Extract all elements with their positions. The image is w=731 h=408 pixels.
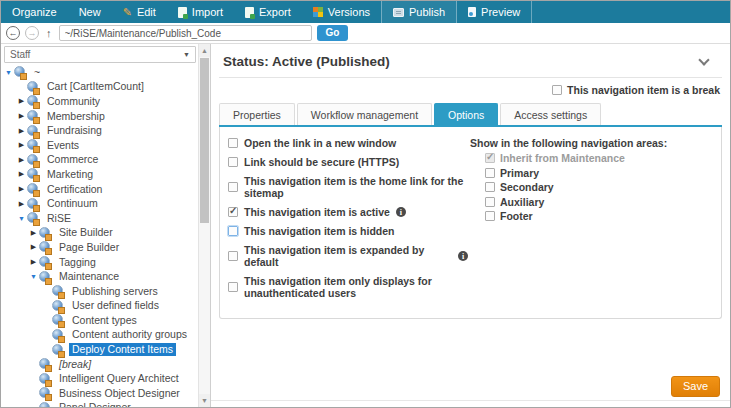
tree-item[interactable]: ▶Membership [1,109,198,124]
website-select[interactable]: Staff ▼ [4,46,196,63]
option-row: Open the link in a new window [228,137,468,149]
tree-item[interactable]: Publishing servers [1,284,198,299]
tree-item-break[interactable]: [break] [1,357,198,372]
toolbar-label: Publish [409,6,445,18]
path-input[interactable] [59,25,312,41]
toolbar-item-new[interactable]: New [68,1,112,23]
expand-arrow-icon[interactable]: ▶ [28,229,39,237]
collapse-arrow-icon[interactable]: ▼ [3,69,14,76]
tree-item[interactable]: Cart [CartItemCount] [1,80,198,95]
expanded-default-checkbox[interactable] [228,251,238,261]
tree-item[interactable]: ▶Marketing [1,167,198,182]
tree-item[interactable]: Content types [1,313,198,328]
page-globe-icon [39,241,51,253]
tab-access-settings[interactable]: Access settings [500,103,601,125]
tree-item[interactable]: ▶Tagging [1,255,198,270]
toolbar-item-publish[interactable]: Publish [381,1,457,23]
versions-grid-icon [313,7,323,17]
tree-item[interactable]: Business Object Designer [1,386,198,401]
toolbar-item-import[interactable]: Import [167,1,234,23]
tree-item[interactable]: ▶Fundraising [1,123,198,138]
tree-item[interactable]: ▶Continuum [1,196,198,211]
tree-item-label: Community [44,95,103,108]
nav-area-label: Secondary [500,181,554,193]
expand-arrow-icon[interactable]: ▶ [16,185,27,193]
expand-arrow-icon[interactable]: ▶ [16,156,27,164]
expand-arrow-icon[interactable]: ▶ [16,200,27,208]
expand-arrow-icon[interactable]: ▶ [28,243,39,251]
tree-item[interactable]: Intelligent Query Architect [1,371,198,386]
break-checkbox-row: This navigation item is a break [219,78,722,101]
expand-arrow-icon[interactable]: ▶ [16,141,27,149]
break-checkbox[interactable] [552,85,562,95]
back-arrow-icon[interactable]: ← [6,26,20,40]
tree-item[interactable]: ▶Site Builder [1,226,198,241]
expand-arrow-icon[interactable]: ▶ [16,97,27,105]
tree-item-label: Maintenance [56,270,122,283]
primary-checkbox[interactable] [485,168,495,178]
toolbar-item-versions[interactable]: Versions [302,1,381,23]
unauthenticated-only-checkbox[interactable] [228,282,238,292]
page-globe-icon [39,373,51,385]
secure-https-checkbox[interactable] [228,157,238,167]
scroll-down-icon[interactable]: ▼ [199,394,210,407]
toolbar-item-preview[interactable]: Preview [457,1,532,23]
tab-properties[interactable]: Properties [219,103,295,125]
nav-area-label: Inherit from Maintenance [500,152,625,164]
toolbar-item-organize[interactable]: Organize [1,1,68,23]
nav-area-row: Primary [485,167,711,179]
expand-arrow-icon[interactable]: ▶ [28,258,39,266]
export-file-icon [245,7,254,18]
nav-areas-list: Inherit from Maintenance Primary Seconda… [485,152,711,222]
tree-item[interactable]: ▶Page Builder [1,240,198,255]
footer-checkbox[interactable] [485,211,495,221]
tree-item-label: RiSE [44,212,74,225]
tree-item-deploy-content-items[interactable]: Deploy Content Items [1,342,198,357]
tree-scrollbar[interactable]: ▲ ▼ [198,44,210,407]
tree-item-label: User defined fields [69,299,162,312]
toolbar-item-export[interactable]: Export [234,1,302,23]
item-hidden-checkbox[interactable] [228,226,238,236]
tree-item-maintenance[interactable]: ▼Maintenance [1,269,198,284]
tree-item[interactable]: ▶Community [1,94,198,109]
new-window-checkbox[interactable] [228,138,238,148]
up-arrow-icon[interactable]: ↑ [44,27,54,39]
tree-item-label: Content authority groups [69,328,190,341]
info-icon[interactable] [396,207,406,217]
auxiliary-checkbox[interactable] [485,197,495,207]
chevron-down-icon[interactable] [698,54,709,65]
secondary-checkbox[interactable] [485,182,495,192]
scrollbar-thumb[interactable] [200,58,209,223]
tree-item[interactable]: ▶Events [1,138,198,153]
expand-arrow-icon[interactable]: ▶ [16,112,27,120]
tree-item-label: Deploy Content Items [69,343,176,356]
option-row: This navigation item is the home link fo… [228,175,468,199]
toolbar-label: Edit [137,6,156,18]
page-globe-icon [52,329,64,341]
page-globe-icon [52,300,64,312]
nav-area-label: Primary [500,167,539,179]
tree-item[interactable]: Content authority groups [1,328,198,343]
scroll-up-icon[interactable]: ▲ [199,44,210,57]
tab-workflow-management[interactable]: Workflow management [297,103,432,125]
tree-item[interactable]: Panel Designer [1,401,198,407]
collapse-arrow-icon[interactable]: ▼ [28,273,39,280]
collapse-arrow-icon[interactable]: ▼ [16,215,27,222]
expand-arrow-icon[interactable]: ▶ [16,127,27,135]
tab-options[interactable]: Options [434,103,498,125]
expand-arrow-icon[interactable]: ▶ [16,170,27,178]
tree-item-root[interactable]: ▼~ [1,65,198,80]
toolbar-item-edit[interactable]: ✎Edit [112,1,167,23]
home-link-checkbox[interactable] [228,182,238,192]
save-button[interactable]: Save [671,376,720,397]
forward-arrow-icon[interactable]: → [25,26,39,40]
tree-item[interactable]: User defined fields [1,299,198,314]
tree-item[interactable]: ▶Commerce [1,153,198,168]
go-button[interactable]: Go [317,25,349,41]
page-title: Status: Active (Published) [223,54,390,69]
tree-item-rise[interactable]: ▼RiSE [1,211,198,226]
info-icon[interactable] [458,251,468,261]
item-active-checkbox[interactable] [228,207,238,217]
status-header: Status: Active (Published) [219,44,722,78]
tree-item[interactable]: ▶Certification [1,182,198,197]
